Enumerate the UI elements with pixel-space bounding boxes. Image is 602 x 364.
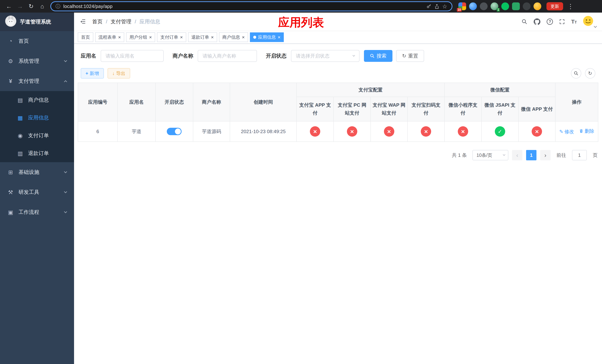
sidebar-item-label: 工作流程 xyxy=(19,209,39,216)
tab-refund-order[interactable]: 退款订单 xyxy=(188,32,217,42)
edit-link[interactable]: 修改 xyxy=(559,128,574,135)
wx-app-status-icon xyxy=(532,126,542,137)
help-icon[interactable] xyxy=(547,19,553,25)
status-select-placeholder: 请选择开启状态 xyxy=(296,53,330,59)
extension-icon[interactable]: 10 xyxy=(458,2,466,10)
cell-merchant: 芋道源码 xyxy=(193,121,230,142)
tabs-bar: 首页 流程表单 用户分组 支付订单 退款订单 商户信息 xyxy=(74,31,602,44)
search-icon[interactable] xyxy=(521,19,527,25)
sidebar-item-workflow[interactable]: 工作流程 xyxy=(0,202,74,222)
status-select[interactable]: 请选择开启状态 xyxy=(291,50,359,62)
breadcrumb-payment[interactable]: 支付管理 xyxy=(111,18,140,25)
browser-forward-icon[interactable] xyxy=(15,1,25,11)
sidebar-item-refund-order[interactable]: 退款订单 xyxy=(0,144,74,162)
refresh-icon[interactable] xyxy=(585,68,595,78)
browser-menu-icon[interactable] xyxy=(565,1,576,11)
extension-icon[interactable] xyxy=(469,2,477,10)
page-size-select[interactable]: 10条/页 xyxy=(473,150,508,160)
reset-button[interactable]: 重置 xyxy=(396,50,424,62)
browser-back-icon[interactable] xyxy=(4,1,14,11)
sidebar-item-label: 支付管理 xyxy=(19,78,39,85)
user-avatar-menu[interactable] xyxy=(583,16,596,27)
table-toolbar: 新增 导出 xyxy=(81,68,595,78)
delete-link-label: 删除 xyxy=(585,128,594,134)
close-icon[interactable] xyxy=(211,35,214,40)
site-info-icon[interactable] xyxy=(55,3,60,10)
extension-icon[interactable] xyxy=(534,2,541,10)
status-label: 开启状态 xyxy=(266,52,287,59)
sidebar: 芋道管理系统 首页 系统管理 支付管理 商户信息 xyxy=(0,13,74,364)
goto-page-input[interactable] xyxy=(572,150,587,160)
merchant-name-label: 商户名称 xyxy=(172,52,193,59)
download-icon xyxy=(112,71,115,76)
tab-merchant-info[interactable]: 商户信息 xyxy=(219,32,248,42)
extension-icon[interactable] xyxy=(523,2,531,10)
extension-icon[interactable] xyxy=(512,2,520,10)
sidebar-item-label: 研发工具 xyxy=(19,189,39,196)
app-logo xyxy=(5,16,16,28)
search-button-label: 搜索 xyxy=(376,53,387,59)
sidebar-item-pay-order[interactable]: 支付订单 xyxy=(0,127,74,144)
share-icon[interactable] xyxy=(434,3,439,9)
merchant-name-input[interactable] xyxy=(198,50,257,62)
extension-icon[interactable] xyxy=(480,2,488,10)
extension-icon[interactable] xyxy=(501,2,509,10)
extension-icon[interactable]: 1 xyxy=(491,2,498,10)
tab-user-group[interactable]: 用户分组 xyxy=(126,32,155,42)
breadcrumb-home[interactable]: 首页 xyxy=(92,18,111,25)
toggle-search-icon[interactable] xyxy=(571,68,581,78)
delete-link[interactable]: 删除 xyxy=(579,128,594,134)
close-icon[interactable] xyxy=(278,35,280,40)
prev-page-button[interactable] xyxy=(512,150,522,160)
tab-label: 退款订单 xyxy=(191,34,209,40)
alipay-wap-status-icon xyxy=(384,126,394,137)
sidebar-item-dev-tools[interactable]: 研发工具 xyxy=(0,182,74,202)
breadcrumb-current: 应用信息 xyxy=(140,18,160,25)
extension-badge: 1 xyxy=(497,8,500,12)
add-button[interactable]: 新增 xyxy=(81,68,104,78)
hamburger-icon[interactable] xyxy=(80,18,86,25)
sidebar-item-payment[interactable]: 支付管理 xyxy=(0,71,74,91)
sidebar-item-home[interactable]: 首页 xyxy=(0,31,74,51)
sidebar-item-merchant-info[interactable]: 商户信息 xyxy=(0,91,74,109)
close-icon[interactable] xyxy=(149,35,152,40)
tab-label: 流程表单 xyxy=(98,34,116,40)
address-bar[interactable]: localhost:1024/pay/app xyxy=(50,1,452,11)
export-button[interactable]: 导出 xyxy=(108,68,130,78)
search-button[interactable]: 搜索 xyxy=(364,50,392,62)
app-name-input[interactable] xyxy=(101,50,164,62)
close-icon[interactable] xyxy=(180,35,183,40)
current-page[interactable]: 1 xyxy=(526,150,537,160)
password-key-icon[interactable] xyxy=(426,4,431,9)
col-header-alipay-qr: 支付宝扫码支付 xyxy=(408,97,444,121)
tab-process-form[interactable]: 流程表单 xyxy=(95,32,124,42)
infrastructure-icon xyxy=(7,169,14,175)
font-size-icon[interactable] xyxy=(571,19,577,25)
goto-label: 前往 xyxy=(557,152,566,159)
cell-alipay-app xyxy=(297,121,333,142)
status-toggle[interactable] xyxy=(167,128,182,135)
github-icon[interactable] xyxy=(534,18,540,25)
tab-home[interactable]: 首页 xyxy=(78,32,93,42)
browser-update-button[interactable]: 更新 xyxy=(547,2,563,10)
tab-pay-order[interactable]: 支付订单 xyxy=(157,32,186,42)
sidebar-item-label: 首页 xyxy=(19,38,29,45)
tab-app-info[interactable]: 应用信息 xyxy=(250,32,284,42)
browser-reload-icon[interactable] xyxy=(26,1,36,11)
bookmark-star-icon[interactable] xyxy=(442,3,447,10)
sidebar-item-app-info[interactable]: 应用信息 xyxy=(0,109,74,127)
cell-app-name: 芋道 xyxy=(118,121,155,142)
url-text[interactable]: localhost:1024/pay/app xyxy=(63,4,113,9)
tools-icon xyxy=(7,189,14,195)
fullscreen-icon[interactable] xyxy=(559,19,565,24)
browser-home-icon[interactable] xyxy=(37,1,47,11)
pagination: 共 1 条 10条/页 1 前往 页 xyxy=(78,150,598,160)
order-icon xyxy=(17,132,23,139)
close-icon[interactable] xyxy=(242,35,245,40)
close-icon[interactable] xyxy=(118,35,121,40)
sidebar-item-infrastructure[interactable]: 基础设施 xyxy=(0,162,74,182)
next-page-button[interactable] xyxy=(540,150,550,160)
col-header-alipay-app: 支付宝 APP 支付 xyxy=(297,97,333,121)
sidebar-item-system[interactable]: 系统管理 xyxy=(0,51,74,71)
app-logo-row[interactable]: 芋道管理系统 xyxy=(0,13,74,31)
